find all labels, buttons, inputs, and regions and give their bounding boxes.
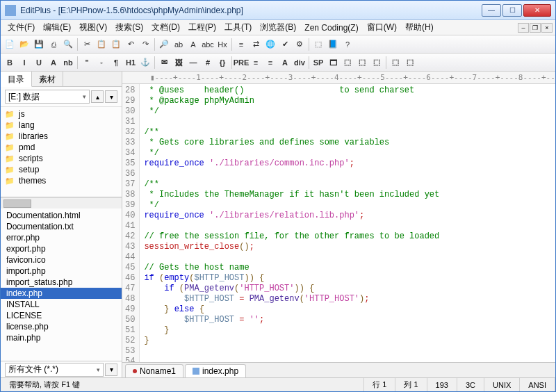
toolbar-button[interactable]: ab [172, 38, 186, 51]
toolbar-button[interactable]: A [278, 56, 292, 70]
file-item[interactable]: LICENSE [1, 310, 122, 321]
filter-select[interactable]: 所有文件 (*.*) [5, 363, 104, 377]
folder-list[interactable]: jslanglibrariespmdscriptssetupthemes [1, 107, 122, 197]
toolbar-button[interactable]: ⎙ [47, 38, 60, 51]
toolbar-button[interactable]: 🗔 [326, 56, 340, 70]
toolbar-button[interactable]: ? [341, 38, 354, 51]
file-item[interactable]: import_status.php [1, 277, 122, 288]
toolbar-button[interactable]: ⚓ [138, 56, 152, 70]
menu-item[interactable]: 搜索(S) [111, 20, 147, 35]
toolbar-button[interactable]: 💾 [32, 38, 46, 51]
toolbar-button[interactable]: ⇄ [249, 38, 263, 51]
toolbar-button[interactable]: ⚙ [293, 38, 306, 51]
toolbar-button[interactable]: abc [201, 38, 215, 51]
nav-up-button[interactable]: ▴ [91, 90, 104, 103]
toolbar-button[interactable]: " [80, 56, 94, 70]
scrollbar-thumb[interactable] [3, 199, 31, 208]
file-item[interactable]: Documentation.html [1, 210, 122, 221]
menu-item[interactable]: 窗口(W) [363, 20, 401, 35]
code-editor[interactable]: 2829303132333435363738394041424344454647… [122, 84, 555, 362]
titlebar[interactable]: EditPlus - [E:\PHPnow-1.5.6\htdocs\phpMy… [1, 1, 555, 20]
toolbar-button[interactable]: div [293, 56, 306, 70]
file-item[interactable]: license.php [1, 321, 122, 332]
file-item[interactable]: favicon.ico [1, 254, 122, 266]
folder-item[interactable]: lang [1, 120, 122, 131]
menu-item[interactable]: 帮助(H) [401, 20, 438, 35]
folder-item[interactable]: js [1, 108, 122, 120]
toolbar-button[interactable]: PRE [234, 56, 248, 70]
toolbar-button[interactable]: ≡ [249, 56, 263, 70]
folder-hscroll[interactable] [1, 197, 122, 209]
toolbar-button[interactable]: U [32, 56, 46, 70]
close-button[interactable]: ✕ [523, 4, 551, 17]
mdi-restore-icon[interactable]: ❐ [530, 23, 541, 33]
toolbar-button[interactable]: Hx [215, 38, 229, 51]
file-list[interactable]: Documentation.htmlDocumentation.txterror… [1, 209, 122, 361]
toolbar-button[interactable]: 🔎 [157, 38, 171, 51]
toolbar-button[interactable]: ⬚ [370, 56, 384, 70]
toolbar-button[interactable]: ✂ [80, 38, 94, 51]
toolbar-button[interactable]: 📘 [326, 38, 340, 51]
toolbar-button[interactable]: {} [215, 56, 229, 70]
folder-item[interactable]: scripts [1, 153, 122, 164]
folder-item[interactable]: pmd [1, 142, 122, 153]
menu-item[interactable]: 视图(V) [75, 20, 111, 35]
tab-directory[interactable]: 目录 [1, 72, 32, 87]
drive-select[interactable]: [E:] 数据 [5, 90, 90, 104]
code-lines[interactable]: * @uses header() to send charset * @pack… [140, 84, 489, 362]
minimize-button[interactable]: — [482, 4, 501, 17]
menu-item[interactable]: 浏览器(B) [256, 20, 300, 35]
file-item[interactable]: main.php [1, 332, 122, 343]
folder-item[interactable]: themes [1, 175, 122, 186]
maximize-button[interactable]: ☐ [502, 4, 522, 17]
menu-item[interactable]: 文件(F) [3, 20, 39, 35]
filter-menu-button[interactable]: ▾ [105, 364, 117, 376]
toolbar-button[interactable]: # [201, 56, 215, 70]
file-item[interactable]: import.php [1, 266, 122, 277]
toolbar-button[interactable]: ◦ [95, 56, 108, 70]
menu-item[interactable]: 编辑(E) [39, 20, 75, 35]
toolbar-button[interactable]: ⬚ [355, 56, 369, 70]
toolbar-button[interactable]: nb [61, 56, 75, 70]
toolbar-button[interactable]: 📄 [3, 38, 17, 51]
doc-tab[interactable]: Noname1 [125, 364, 183, 377]
toolbar-button[interactable]: ⬚ [311, 38, 325, 51]
toolbar-button[interactable]: ↶ [124, 38, 138, 51]
toolbar-button[interactable]: I [17, 56, 31, 70]
toolbar-button[interactable]: 📋 [95, 38, 108, 51]
menu-item[interactable]: Zen Coding(Z) [300, 22, 362, 34]
nav-menu-button[interactable]: ▾ [105, 90, 117, 103]
toolbar-button[interactable]: ¶ [109, 56, 123, 70]
toolbar-button[interactable]: 📋 [109, 38, 123, 51]
toolbar-button[interactable]: A [186, 38, 200, 51]
mdi-min-icon[interactable]: – [518, 23, 529, 33]
toolbar-button[interactable]: B [3, 56, 17, 70]
menu-item[interactable]: 工具(T) [220, 20, 256, 35]
doc-tab[interactable]: index.php [185, 364, 246, 377]
toolbar-button[interactable]: ≡ [234, 38, 248, 51]
toolbar-button[interactable]: ↷ [138, 38, 152, 51]
file-item[interactable]: error.php [1, 232, 122, 243]
toolbar-button[interactable]: H1 [124, 56, 138, 70]
toolbar-button[interactable]: ⬚ [389, 56, 402, 70]
toolbar-button[interactable]: — [186, 56, 200, 70]
toolbar-button[interactable]: ⬚ [403, 56, 417, 70]
toolbar-button[interactable]: ✉ [157, 56, 171, 70]
toolbar-button[interactable]: ≡ [263, 56, 277, 70]
file-item[interactable]: Documentation.txt [1, 221, 122, 232]
folder-item[interactable]: libraries [1, 131, 122, 142]
mdi-close-icon[interactable]: × [541, 23, 553, 33]
toolbar-button[interactable]: 📂 [17, 38, 31, 51]
toolbar-button[interactable]: 🔍 [61, 38, 75, 51]
toolbar-button[interactable]: A [47, 56, 60, 70]
toolbar-button[interactable]: 🌐 [263, 38, 277, 51]
menu-item[interactable]: 工程(P) [184, 20, 220, 35]
menu-item[interactable]: 文档(D) [147, 20, 184, 35]
toolbar-button[interactable]: SP [311, 56, 325, 70]
toolbar-button[interactable]: 🖼 [172, 56, 186, 70]
file-item[interactable]: export.php [1, 243, 122, 254]
toolbar-button[interactable]: ⬚ [341, 56, 354, 70]
file-item[interactable]: index.php [1, 288, 122, 299]
tab-clips[interactable]: 素材 [32, 72, 63, 86]
toolbar-button[interactable]: ✔ [278, 38, 292, 51]
